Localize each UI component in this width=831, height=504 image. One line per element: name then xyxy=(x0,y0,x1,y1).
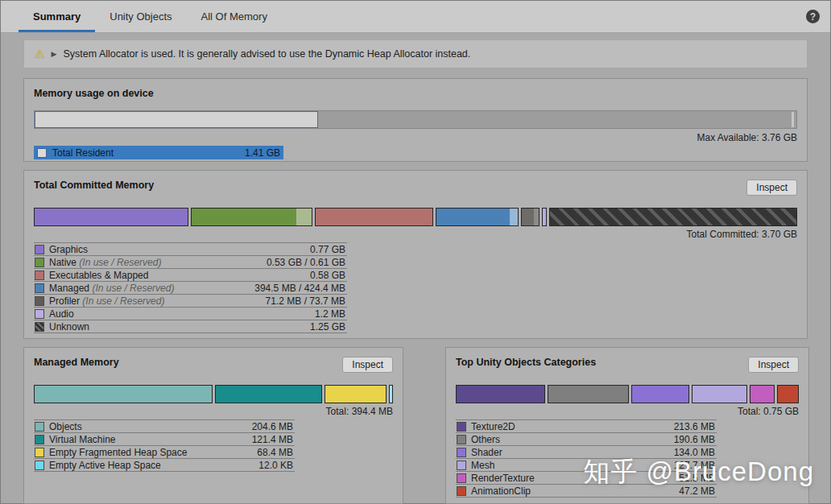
others-value: 190.6 MB xyxy=(674,434,717,445)
animationclip-swatch xyxy=(457,486,466,496)
legend-row-unknown[interactable]: Unknown1.25 GB xyxy=(34,320,347,333)
tab-all-of-memory[interactable]: All Of Memory xyxy=(187,1,282,32)
virtual-machine-label: Virtual Machine xyxy=(49,434,252,445)
objects-swatch xyxy=(35,422,44,432)
mesh-label: Mesh xyxy=(471,460,674,471)
texture2d-label: Texture2D xyxy=(471,421,674,432)
managed-total-label: Total: 394.4 MB xyxy=(34,406,393,417)
committed-inspect-button[interactable]: Inspect xyxy=(746,180,797,196)
section-total-committed-memory: Total Committed Memory Inspect Total Com… xyxy=(23,170,808,339)
managed-section-title: Managed Memory xyxy=(34,357,119,368)
objects-value: 204.6 MB xyxy=(252,421,295,432)
managed-label: Managed (In use / Reserved) xyxy=(49,283,254,294)
warning-icon: ⚠ xyxy=(35,48,45,60)
committed-bar-segment-profiler[interactable] xyxy=(521,208,540,226)
legend-row-executables-mapped[interactable]: Executables & Mapped0.58 GB xyxy=(34,269,347,282)
warning-banner: ⚠ ▶ System Allocator is used. It is gene… xyxy=(23,39,808,68)
top-objects-bar-segment-others[interactable] xyxy=(548,385,629,403)
total-committed-label: Total Committed: 3.70 GB xyxy=(34,229,797,240)
top-objects-bar-segment-animationclip[interactable] xyxy=(777,385,799,403)
mesh-swatch xyxy=(457,461,466,470)
expander-icon[interactable]: ▶ xyxy=(52,50,57,58)
section-memory-usage-on-device: Memory usage on device Max Available: 3.… xyxy=(23,78,808,162)
legend-row-empty-fragmented-heap-space[interactable]: Empty Fragmented Heap Space68.4 MB xyxy=(34,446,295,459)
committed-bar-segment-native[interactable] xyxy=(191,208,312,226)
legend-row-graphics[interactable]: Graphics0.77 GB xyxy=(34,243,347,256)
managed-inspect-button[interactable]: Inspect xyxy=(342,357,393,373)
top-objects-bar-segment-mesh[interactable] xyxy=(692,385,747,403)
committed-bar-segment-managed[interactable] xyxy=(436,208,519,226)
legend-row-native[interactable]: Native (In use / Reserved)0.53 GB / 0.61… xyxy=(34,256,347,269)
tab-summary[interactable]: Summary xyxy=(19,1,95,32)
committed-bar-segment-executables-mapped[interactable] xyxy=(315,208,433,226)
committed-bar-segment-graphics[interactable] xyxy=(34,208,188,226)
section-managed-memory: Managed Memory Inspect Total: 394.4 MB O… xyxy=(23,347,403,504)
help-icon[interactable]: ? xyxy=(806,10,820,23)
empty-fragmented-heap-space-label: Empty Fragmented Heap Space xyxy=(49,447,257,458)
top-objects-bar-segment-texture2d[interactable] xyxy=(456,385,545,403)
legend-row-empty-active-heap-space[interactable]: Empty Active Heap Space12.0 KB xyxy=(34,459,295,472)
warning-text: System Allocator is used. It is generall… xyxy=(63,48,470,60)
profiler-label: Profiler (In use / Reserved) xyxy=(49,295,266,307)
total-resident-row[interactable]: Total Resident 1.41 GB xyxy=(34,146,283,159)
committed-bar-segment-audio[interactable] xyxy=(542,208,546,226)
virtual-machine-swatch xyxy=(35,435,44,444)
graphics-value: 0.77 GB xyxy=(310,244,347,255)
legend-row-others[interactable]: Others190.6 MB xyxy=(456,433,717,446)
top-objects-bar-segment-shader[interactable] xyxy=(631,385,689,403)
legend-row-shader[interactable]: Shader134.0 MB xyxy=(456,446,717,459)
legend-row-mesh[interactable]: Mesh127.7 MB xyxy=(456,459,717,472)
tab-unity-objects[interactable]: Unity Objects xyxy=(95,1,186,32)
top-objects-bar-segment-rendertexture[interactable] xyxy=(750,385,774,403)
managed-bar-segment-empty-active-heap-space[interactable] xyxy=(389,385,393,403)
legend-row-animationclip[interactable]: AnimationClip47.2 MB xyxy=(456,485,717,498)
total-resident-value: 1.41 GB xyxy=(245,147,280,159)
managed-bar-segment-virtual-machine[interactable] xyxy=(215,385,322,403)
top-objects-legend: Texture2D213.6 MBOthers190.6 MBShader134… xyxy=(456,419,717,498)
graphics-swatch xyxy=(35,245,44,254)
executables-mapped-swatch xyxy=(35,271,44,280)
max-available-label: Max Available: 3.76 GB xyxy=(34,132,797,143)
graphics-label: Graphics xyxy=(49,244,310,255)
shader-swatch xyxy=(457,448,466,457)
legend-row-audio[interactable]: Audio1.2 MB xyxy=(34,308,347,320)
shader-value: 134.0 MB xyxy=(674,447,717,458)
others-label: Others xyxy=(471,434,674,445)
animationclip-label: AnimationClip xyxy=(471,485,679,497)
shader-label: Shader xyxy=(471,447,674,458)
top-objects-total-label: Total: 0.75 GB xyxy=(456,406,799,417)
native-swatch xyxy=(35,258,44,267)
managed-bar-segment-objects[interactable] xyxy=(34,385,213,403)
managed-bar-segment-empty-fragmented-heap-space[interactable] xyxy=(325,385,386,403)
total-resident-checkbox[interactable] xyxy=(37,148,47,158)
device-max-marker xyxy=(792,112,794,127)
animationclip-value: 47.2 MB xyxy=(679,485,717,497)
top-objects-section-title: Top Unity Objects Categories xyxy=(456,357,596,368)
unknown-swatch xyxy=(35,322,44,332)
top-objects-bar xyxy=(456,385,799,403)
legend-row-virtual-machine[interactable]: Virtual Machine121.4 MB xyxy=(34,433,295,446)
rendertexture-value: 51.5 MB xyxy=(679,473,717,484)
profiler-swatch xyxy=(35,296,44,306)
profiler-value: 71.2 MB / 73.7 MB xyxy=(266,295,347,307)
objects-label: Objects xyxy=(49,421,252,432)
committed-bar-segment-unknown[interactable] xyxy=(549,208,797,226)
legend-row-rendertexture[interactable]: RenderTexture51.5 MB xyxy=(456,472,717,485)
top-objects-inspect-button[interactable]: Inspect xyxy=(748,357,799,373)
empty-active-heap-space-swatch xyxy=(35,461,44,470)
device-resident-bar[interactable] xyxy=(35,111,318,128)
managed-swatch xyxy=(35,283,44,293)
executables-mapped-label: Executables & Mapped xyxy=(49,270,310,281)
legend-row-objects[interactable]: Objects204.6 MB xyxy=(34,420,295,433)
audio-label: Audio xyxy=(49,308,315,320)
empty-fragmented-heap-space-swatch xyxy=(35,448,44,457)
committed-bar xyxy=(34,208,797,226)
legend-row-texture2d[interactable]: Texture2D213.6 MB xyxy=(456,420,717,433)
device-usage-bar[interactable] xyxy=(34,110,797,129)
executables-mapped-value: 0.58 GB xyxy=(310,270,347,281)
legend-row-profiler[interactable]: Profiler (In use / Reserved)71.2 MB / 73… xyxy=(34,295,347,308)
tab-bar: Summary Unity Objects All Of Memory xyxy=(1,1,830,33)
unknown-value: 1.25 GB xyxy=(310,321,347,333)
legend-row-managed[interactable]: Managed (In use / Reserved)394.5 MB / 42… xyxy=(34,282,347,295)
device-section-title: Memory usage on device xyxy=(34,88,797,99)
